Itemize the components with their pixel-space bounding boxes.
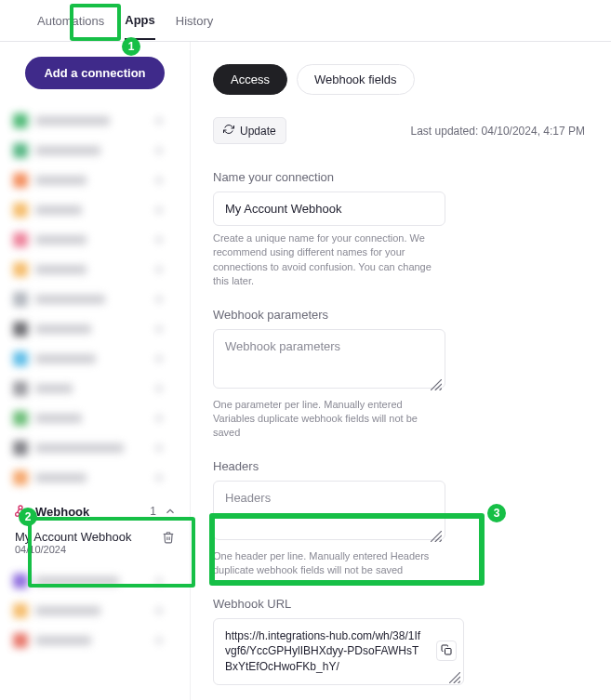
sidebar-webhook-header[interactable]: Webhook 1 [13,498,177,524]
list-item [13,136,177,165]
refresh-icon [223,124,234,138]
headers-label: Headers [213,459,585,473]
list-item [13,255,177,284]
list-item [13,284,177,314]
webhook-params-label: Webhook parameters [213,308,585,322]
list-item [13,195,177,225]
sidebar-webhook-item-date: 04/10/2024 [15,544,175,555]
sidebar-webhook-count: 1 [150,505,156,518]
list-item [13,403,177,433]
list-item [13,596,177,626]
webhook-params-textarea[interactable] [213,329,445,389]
tab-access[interactable]: Access [213,64,287,95]
headers-hint: One header per line. Manually entered He… [213,549,445,578]
app-list-blurred-tail [0,566,190,655]
list-item [13,225,177,255]
sidebar-webhook-item-name: My Account Webhook [15,530,132,544]
add-connection-button[interactable]: Add a connection [25,57,164,89]
list-item [13,314,177,344]
tab-automations[interactable]: Automations [37,3,104,39]
last-updated-text: Last updated: 04/10/2024, 4:17 PM [411,125,585,138]
connection-name-input[interactable] [213,192,445,226]
sidebar-webhook-item[interactable]: My Account Webhook 04/10/2024 [13,524,177,561]
webhook-icon [13,504,28,519]
tab-apps[interactable]: Apps [125,2,155,40]
list-item [13,106,177,136]
webhook-url-label: Webhook URL [213,597,585,611]
sidebar-webhook-group: Webhook 1 My Account Webhook 04/10/2024 [0,498,190,561]
tab-webhook-fields[interactable]: Webhook fields [297,64,415,95]
list-item [13,165,177,195]
connection-name-hint: Create a unique name for your connection… [213,231,445,289]
app-list-blurred [0,106,190,493]
update-button[interactable]: Update [213,117,286,144]
main-panel: Access Webhook fields Update Last update… [191,42,611,700]
list-item [13,433,177,463]
webhook-params-hint: One parameter per line. Manually entered… [213,398,445,441]
top-tabbar: Automations Apps History [0,0,611,42]
sidebar: Add a connection Webhook 1 My Account We… [0,42,191,700]
list-item [13,463,177,493]
resize-grip-icon [449,670,460,681]
headers-textarea[interactable] [213,481,445,540]
list-item [13,626,177,655]
copy-icon [441,642,452,659]
list-item [13,344,177,374]
tab-history[interactable]: History [176,3,213,39]
svg-rect-3 [445,648,452,654]
chevron-up-icon [164,505,177,518]
trash-icon[interactable] [162,531,175,544]
update-button-label: Update [240,125,276,138]
list-item [13,566,177,596]
copy-url-button[interactable] [436,641,457,661]
connection-name-label: Name your connection [213,170,585,184]
webhook-url-field[interactable]: https://h.integrations-hub.com/wh/38/1If… [213,618,464,685]
sidebar-webhook-title: Webhook [35,505,89,519]
list-item [13,374,177,403]
